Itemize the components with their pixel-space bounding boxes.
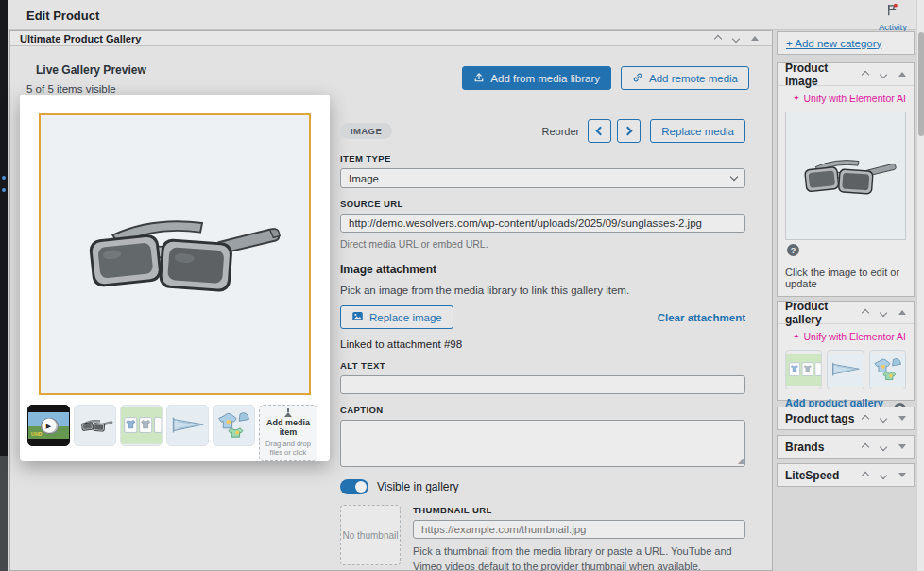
clothing-image xyxy=(214,406,254,445)
link-icon xyxy=(632,72,643,85)
toggle-knob xyxy=(355,481,367,493)
add-media-item-title: Add media item xyxy=(263,418,314,438)
scrollbar-thumb[interactable] xyxy=(918,32,924,136)
sunglasses-mini-image xyxy=(77,415,113,436)
replace-image-button[interactable]: Replace image xyxy=(340,305,453,329)
pennant-gallery-thumbnail[interactable] xyxy=(827,350,864,389)
add-remote-media-button[interactable]: Add remote media xyxy=(621,66,749,90)
page-scrollbar[interactable] xyxy=(916,0,924,571)
admin-menu-dot-icon xyxy=(2,188,6,192)
thumbnail-url-input[interactable] xyxy=(413,520,745,539)
live-preview-heading: Live Gallery Preview xyxy=(36,63,146,77)
chevron-right-icon xyxy=(624,127,633,136)
clear-attachment-link[interactable]: Clear attachment xyxy=(658,312,745,323)
collapse-toggle-icon[interactable] xyxy=(898,416,906,421)
chevron-down-icon xyxy=(730,173,738,181)
move-down-icon[interactable] xyxy=(880,308,887,316)
upload-arrow-icon xyxy=(284,412,292,417)
move-down-icon[interactable] xyxy=(732,34,740,42)
collapse-toggle-icon[interactable] xyxy=(898,473,906,477)
no-thumbnail-label: No thumbnail xyxy=(343,530,399,541)
litespeed-panel-header[interactable]: LiteSpeed xyxy=(778,464,914,486)
sunglasses-product-image xyxy=(793,147,898,205)
collapse-toggle-icon[interactable] xyxy=(751,36,759,41)
product-tags-panel-header[interactable]: Product tags xyxy=(778,407,914,429)
brands-title: Brands xyxy=(785,441,824,454)
add-from-media-library-button[interactable]: Add from media library xyxy=(462,66,611,90)
alt-text-label: ALT TEXT xyxy=(340,360,745,371)
pennant-thumbnail[interactable] xyxy=(166,405,209,446)
metabox-header: Ultimate Product Gallery xyxy=(10,31,772,46)
collapse-toggle-icon[interactable] xyxy=(898,72,906,77)
unify-elementor-ai-link[interactable]: ✦ Unify with Elementor AI xyxy=(778,86,914,107)
resize-grip-icon[interactable]: ◢ xyxy=(738,457,744,465)
product-gallery-panel: Product gallery ✦ Unify with Elementor A… xyxy=(777,301,915,401)
caption-textarea[interactable] xyxy=(340,420,745,467)
sparkle-icon: ✦ xyxy=(793,332,800,341)
sunglasses-thumbnail[interactable] xyxy=(74,405,116,446)
help-icon[interactable]: ? xyxy=(787,244,799,256)
move-up-icon[interactable] xyxy=(862,70,869,78)
replace-image-label: Replace image xyxy=(369,312,442,323)
visible-items-count: 5 of 5 items visible xyxy=(26,83,116,95)
tshirt-cards-image xyxy=(121,406,162,445)
reorder-prev-button[interactable] xyxy=(588,119,611,143)
add-new-category-link[interactable]: + Add new category xyxy=(786,38,881,49)
metabox-title: Ultimate Product Gallery xyxy=(20,33,141,44)
tshirt-cards-thumbnail[interactable] xyxy=(120,405,163,446)
admin-menu-strip[interactable] xyxy=(0,0,8,571)
item-type-badge: IMAGE xyxy=(340,123,392,139)
product-tags-title: Product tags xyxy=(785,412,854,425)
product-image-note: Click the image to edit or update xyxy=(785,267,906,289)
product-image-thumbnail[interactable] xyxy=(785,112,906,240)
video-thumbnail[interactable]: UHD ▶ xyxy=(27,405,70,446)
move-down-icon[interactable] xyxy=(880,414,887,422)
product-gallery-panel-header[interactable]: Product gallery xyxy=(778,302,914,323)
page-title: Edit Product xyxy=(26,9,99,23)
item-type-select[interactable]: Image xyxy=(340,168,745,188)
linked-attachment-text: Linked to attachment #98 xyxy=(340,338,745,350)
clothing-thumbnail[interactable] xyxy=(213,405,255,446)
move-up-icon[interactable] xyxy=(862,414,869,422)
replace-media-button[interactable]: Replace media xyxy=(650,119,745,143)
no-thumbnail-placeholder: No thumbnail xyxy=(340,505,401,565)
visible-in-gallery-toggle[interactable] xyxy=(340,479,368,494)
selected-item-stage[interactable] xyxy=(39,113,311,395)
move-up-icon[interactable] xyxy=(862,308,869,316)
move-up-icon[interactable] xyxy=(862,442,869,450)
alt-text-input[interactable] xyxy=(340,375,745,394)
sparkle-icon: ✦ xyxy=(793,94,800,103)
reorder-next-button[interactable] xyxy=(617,119,641,143)
collapse-toggle-icon[interactable] xyxy=(898,444,906,449)
thumbnail-url-label: THUMBNAIL URL xyxy=(413,505,745,515)
media-icon xyxy=(351,310,364,324)
visible-in-gallery-label: Visible in gallery xyxy=(377,480,459,493)
unify-elementor-ai-label: Unify with Elementor AI xyxy=(803,93,906,104)
play-icon: ▶ xyxy=(42,419,56,433)
move-down-icon[interactable] xyxy=(880,70,887,78)
source-url-help: Direct media URL or embed URL. xyxy=(340,238,745,250)
move-down-icon[interactable] xyxy=(880,442,887,450)
video-badge: UHD xyxy=(31,431,43,437)
source-url-input[interactable] xyxy=(340,214,745,233)
product-image-title: Product image xyxy=(785,61,863,88)
ultimate-product-gallery-metabox: Ultimate Product Gallery Live Gallery Pr… xyxy=(9,30,773,571)
move-down-icon[interactable] xyxy=(880,471,887,478)
move-up-icon[interactable] xyxy=(714,34,722,42)
thumbnail-strip: UHD ▶ xyxy=(27,405,324,461)
tshirt-cards-gallery-thumbnail[interactable] xyxy=(785,350,822,389)
product-tags-panel: Product tags xyxy=(777,407,915,430)
brands-panel-header[interactable]: Brands xyxy=(778,436,914,458)
replace-media-label: Replace media xyxy=(661,126,734,137)
add-media-item-dropzone[interactable]: Add media item Drag and drop files or cl… xyxy=(259,405,317,461)
unify-elementor-ai-link[interactable]: ✦ Unify with Elementor AI xyxy=(778,324,914,345)
product-gallery-title: Product gallery xyxy=(785,300,863,326)
clothing-gallery-thumbnail[interactable] xyxy=(869,350,906,389)
add-media-item-hint: Drag and drop files or click xyxy=(263,440,314,457)
move-up-icon[interactable] xyxy=(862,471,869,478)
add-from-media-library-label: Add from media library xyxy=(490,73,600,84)
thumbnail-help: Pick a thumbnail from the media library … xyxy=(413,545,745,571)
product-image-panel-header[interactable]: Product image xyxy=(778,63,914,85)
collapse-toggle-icon[interactable] xyxy=(898,310,906,315)
caption-label: CAPTION xyxy=(340,405,745,415)
